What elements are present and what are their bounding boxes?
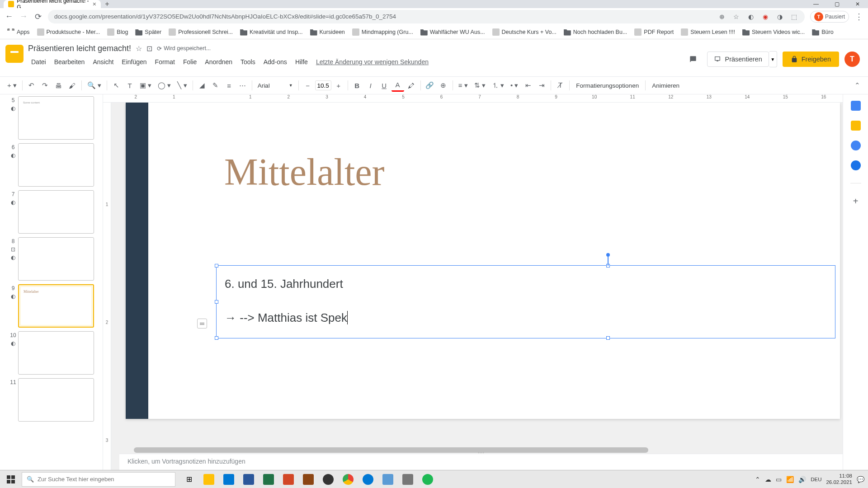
taskbar-explorer-icon[interactable] — [199, 470, 219, 488]
border-color-button[interactable]: ✎ — [209, 79, 222, 92]
slide-thumb-10[interactable] — [18, 331, 94, 375]
zoom-icon[interactable]: ⊕ — [718, 13, 726, 21]
taskbar-app2-icon[interactable] — [398, 470, 418, 488]
collapse-toolbar-icon[interactable]: ⌃ — [851, 79, 863, 92]
menu-bearbeiten[interactable]: Bearbeiten — [51, 56, 88, 67]
tasks-icon[interactable] — [851, 141, 861, 150]
profile-chip[interactable]: T Pausiert — [810, 11, 849, 23]
undo-button[interactable]: ↶ — [25, 79, 38, 92]
border-weight-button[interactable]: ≡ — [223, 79, 236, 92]
text-color-button[interactable]: A — [392, 79, 404, 92]
slide-title-text[interactable]: Mittelalter — [224, 150, 385, 194]
select-tool[interactable]: ↖ — [110, 79, 123, 92]
tray-wifi-icon[interactable]: 📶 — [786, 476, 794, 483]
image-tool[interactable]: ▣ ▾ — [137, 79, 154, 92]
font-size-decrease[interactable]: − — [302, 79, 314, 92]
comment-button[interactable]: ⊕ — [437, 79, 450, 92]
taskbar-obs-icon[interactable] — [318, 470, 338, 488]
close-window-button[interactable]: ✕ — [847, 0, 868, 8]
rotate-handle[interactable] — [606, 253, 610, 257]
task-view-button[interactable]: ⊞ — [179, 470, 199, 488]
comments-icon[interactable] — [684, 51, 702, 68]
autofit-handle[interactable] — [197, 319, 207, 328]
horizontal-ruler[interactable]: 2112345678910111213141516 — [103, 94, 843, 103]
slide-panel[interactable]: 5◐Some content 6◐ 7◐ 8⊡◐ 9◐Mittelalter 1… — [0, 94, 103, 470]
extension-icon[interactable]: ◉ — [761, 13, 769, 21]
text-box-selected[interactable]: 6. und 15. Jahrhundert → --> Matthias is… — [216, 265, 835, 338]
forward-button[interactable]: → — [19, 12, 28, 21]
bookmark-item[interactable]: Steuern Lesen !!!! — [678, 27, 738, 38]
bookmark-apps[interactable]: Apps — [5, 27, 33, 38]
resize-handle-sw[interactable] — [215, 336, 218, 340]
new-slide-button[interactable]: + ▾ — [5, 79, 19, 92]
star-icon[interactable]: ☆ — [136, 44, 142, 53]
taskbar-word-icon[interactable] — [239, 470, 259, 488]
taskbar-app-icon[interactable] — [298, 470, 318, 488]
speaker-notes[interactable]: Klicken, um Vortragsnotizen hinzuzufügen — [119, 454, 843, 470]
menu-format[interactable]: Format — [152, 56, 178, 67]
resize-handle-nw[interactable] — [215, 264, 218, 267]
keep-icon[interactable] — [851, 121, 861, 131]
resize-handle-w[interactable] — [215, 300, 218, 304]
new-tab-button[interactable]: + — [101, 0, 113, 8]
tray-clock[interactable]: 11:08 26.02.2021 — [826, 473, 852, 486]
slide-canvas[interactable]: Mittelalter 6. und 15. Jahrhundert → -->… — [126, 103, 840, 419]
border-dash-button[interactable]: ⋯ — [236, 79, 249, 92]
bookmark-item[interactable]: Mindmapping (Gru... — [349, 27, 416, 38]
add-addon-icon[interactable]: + — [851, 196, 861, 206]
zoom-button[interactable]: 🔍 ▾ — [85, 79, 104, 92]
underline-button[interactable]: U — [378, 79, 391, 92]
bookmark-folder[interactable]: Wahlfächer WU Aus... — [418, 27, 488, 38]
increase-indent-button[interactable]: ⇥ — [535, 79, 548, 92]
print-button[interactable]: 🖶 — [52, 79, 65, 92]
menu-ansicht[interactable]: Ansicht — [90, 56, 117, 67]
animate-button[interactable]: Animieren — [648, 82, 683, 89]
back-button[interactable]: ← — [5, 12, 14, 21]
extension2-icon[interactable]: ◑ — [776, 13, 784, 21]
menu-datei[interactable]: Datei — [28, 56, 49, 67]
taskbar-notepad-icon[interactable] — [378, 470, 398, 488]
tray-language[interactable]: DEU — [811, 477, 821, 482]
vertical-ruler[interactable]: 123 — [103, 103, 111, 470]
menu-addons[interactable]: Add-ons — [260, 56, 290, 67]
font-size-increase[interactable]: + — [332, 79, 345, 92]
address-bar[interactable]: docs.google.com/presentation/d/1yV372SO5… — [48, 10, 805, 23]
decrease-indent-button[interactable]: ⇤ — [522, 79, 534, 92]
reload-button[interactable]: ⟳ — [33, 12, 42, 21]
notes-resize-grip[interactable] — [478, 452, 484, 453]
textbox-tool[interactable]: T — [123, 79, 136, 92]
menu-folie[interactable]: Folie — [180, 56, 200, 67]
user-avatar[interactable]: T — [844, 52, 860, 67]
link-button[interactable]: 🔗 — [424, 79, 436, 92]
present-dropdown[interactable]: ▼ — [769, 51, 777, 67]
slide-thumb-7[interactable] — [18, 190, 94, 234]
menu-anordnen[interactable]: Anordnen — [202, 56, 236, 67]
bookmark-folder[interactable]: Steuern Videos wic... — [740, 27, 807, 38]
tray-chevron-icon[interactable]: ⌃ — [755, 476, 760, 483]
italic-button[interactable]: I — [364, 79, 377, 92]
bookmark-item[interactable]: Produktsuche - Mer... — [34, 27, 103, 38]
bookmark-folder[interactable]: Später — [132, 27, 164, 38]
scrollbar-thumb[interactable] — [134, 447, 648, 453]
line-tool[interactable]: ╲ ▾ — [175, 79, 189, 92]
bookmark-folder[interactable]: Kreativität und Insp... — [237, 27, 305, 38]
maximize-button[interactable]: ▢ — [826, 0, 847, 8]
font-size-input[interactable]: 10.5 — [315, 80, 331, 90]
translate-icon[interactable]: ◐ — [747, 13, 755, 21]
taskbar-chrome-icon[interactable] — [338, 470, 358, 488]
taskbar-excel-icon[interactable] — [259, 470, 278, 488]
bold-button[interactable]: B — [351, 79, 363, 92]
taskbar-search[interactable]: 🔍 Zur Suche Text hier eingeben — [22, 472, 175, 487]
taskbar-mail-icon[interactable] — [219, 470, 239, 488]
slide-thumb-8[interactable] — [18, 237, 94, 281]
tray-notifications-icon[interactable]: 💬 — [857, 476, 864, 483]
numbered-list-button[interactable]: ⒈ ▾ — [489, 79, 507, 92]
highlight-button[interactable]: 🖍 — [405, 79, 418, 92]
fill-color-button[interactable]: ◢ — [196, 79, 208, 92]
start-button[interactable] — [0, 470, 22, 488]
line-spacing-button[interactable]: ⇅ ▾ — [472, 79, 488, 92]
move-icon[interactable]: ⊡ — [146, 44, 152, 53]
bookmark-item[interactable]: Professionell Schrei... — [166, 27, 236, 38]
tray-onedrive-icon[interactable]: ☁ — [765, 476, 771, 483]
bookmark-star-icon[interactable]: ☆ — [732, 13, 741, 21]
